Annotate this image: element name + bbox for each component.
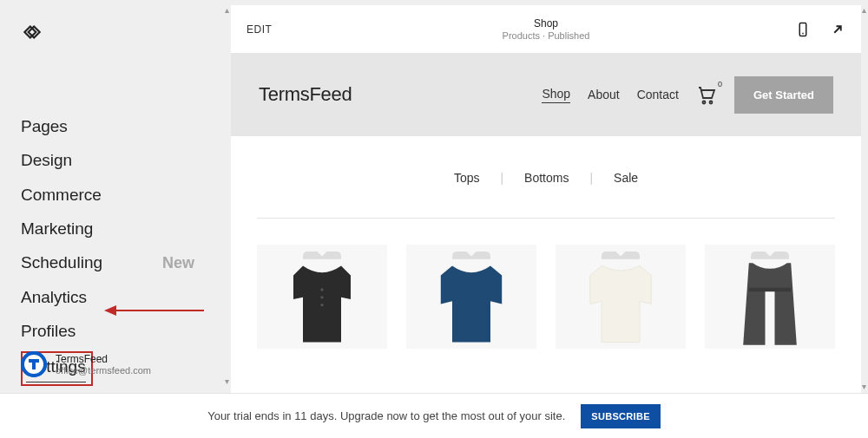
page-indicator[interactable]: Shop Products · Published	[503, 17, 590, 41]
preview-scrollbar[interactable]: ▴ ▾	[859, 5, 868, 391]
cart-icon[interactable]: 0	[696, 85, 717, 104]
sidebar-item-pages[interactable]: Pages	[21, 113, 68, 140]
get-started-button[interactable]: Get Started	[734, 76, 833, 114]
separator: |	[500, 171, 503, 185]
nav-link-shop[interactable]: Shop	[542, 87, 570, 103]
scroll-up-icon: ▴	[862, 5, 866, 15]
scroll-down-icon: ▾	[862, 382, 866, 391]
new-badge: New	[162, 254, 194, 272]
product-item[interactable]	[705, 245, 835, 349]
page-subtitle: Products · Published	[503, 30, 590, 41]
category-bottoms[interactable]: Bottoms	[524, 171, 569, 185]
page-title: Shop	[503, 17, 590, 29]
category-sale[interactable]: Sale	[614, 171, 638, 185]
svg-rect-5	[32, 359, 36, 369]
account-info[interactable]: TermsFeed office@termsfeed.com	[21, 351, 151, 377]
sidebar-item-marketing[interactable]: Marketing	[21, 215, 93, 242]
account-text: TermsFeed office@termsfeed.com	[56, 353, 151, 376]
svg-point-9	[709, 101, 712, 104]
nav-link-contact[interactable]: Contact	[637, 88, 679, 101]
svg-point-10	[320, 288, 323, 291]
site-nav: Shop About Contact 0 Get Started	[542, 76, 833, 114]
sidebar-item-scheduling[interactable]: Scheduling	[21, 249, 102, 276]
account-name: TermsFeed	[56, 353, 151, 365]
sidebar-item-commerce[interactable]: Commerce	[21, 181, 102, 208]
product-item[interactable]	[257, 245, 387, 349]
cart-count: 0	[718, 80, 722, 88]
product-item[interactable]	[556, 245, 686, 349]
svg-point-11	[320, 296, 323, 298]
site-header: TermsFeed Shop About Contact 0 Get Start…	[231, 53, 861, 136]
avatar	[21, 351, 47, 377]
squarespace-logo-icon[interactable]	[21, 21, 43, 43]
svg-rect-13	[749, 288, 791, 291]
site-preview: TermsFeed Shop About Contact 0 Get Start…	[231, 53, 861, 438]
site-name[interactable]: TermsFeed	[259, 83, 352, 106]
divider-line	[257, 218, 835, 219]
sidebar-item-design[interactable]: Design	[21, 147, 72, 173]
category-filter: Tops | Bottoms | Sale	[257, 171, 835, 185]
trial-text: Your trial ends in 11 days. Upgrade now …	[207, 409, 565, 422]
main-panel: EDIT Shop Products · Published TermsFeed…	[226, 0, 868, 438]
separator: |	[589, 171, 593, 185]
sidebar: Pages Design Commerce Marketing Scheduli…	[0, 0, 226, 438]
expand-icon[interactable]	[830, 22, 845, 37]
trial-banner: Your trial ends in 11 days. Upgrade now …	[0, 393, 868, 438]
subscribe-button[interactable]: SUBSCRIBE	[581, 404, 661, 428]
mobile-preview-icon[interactable]	[795, 22, 811, 37]
sidebar-item-analytics[interactable]: Analytics	[21, 284, 87, 311]
site-body: Tops | Bottoms | Sale	[231, 136, 861, 349]
editor-topbar: EDIT Shop Products · Published	[231, 5, 861, 53]
edit-button[interactable]: EDIT	[247, 23, 272, 36]
product-grid	[257, 245, 835, 349]
svg-point-8	[702, 101, 705, 104]
sidebar-item-profiles[interactable]: Profiles	[21, 317, 76, 344]
category-tops[interactable]: Tops	[454, 171, 480, 185]
product-item[interactable]	[406, 245, 536, 349]
nav-link-about[interactable]: About	[588, 88, 620, 101]
svg-point-12	[320, 304, 323, 306]
account-email: office@termsfeed.com	[56, 365, 151, 376]
